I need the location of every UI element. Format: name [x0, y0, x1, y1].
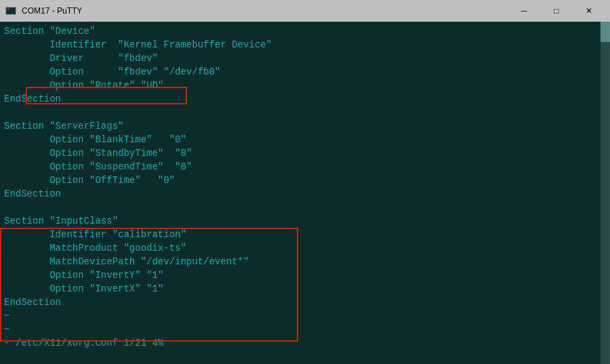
terminal-line: Option "SuspendTime" "0"	[4, 160, 596, 174]
terminal-line	[4, 106, 596, 119]
close-button[interactable]: ✕	[573, 1, 605, 20]
scrollbar[interactable]	[601, 22, 610, 364]
terminal-line: Option "fbdev" "/dev/fb0"	[4, 65, 596, 79]
terminal-line: Section "InputClass"	[4, 214, 596, 228]
maximize-button[interactable]: □	[541, 1, 572, 20]
terminal-line: ~	[4, 309, 596, 323]
terminal-line: - /etc/X11/xorg.conf 1/21 4%	[4, 336, 596, 350]
terminal-content: Section "Device" Identifier "Kernel Fram…	[4, 24, 596, 361]
terminal-line: Option "InvertX" "1"	[4, 282, 596, 296]
scrollbar-thumb[interactable]	[601, 22, 610, 42]
terminal-line: Option "Rotate" "UD"	[4, 79, 596, 92]
terminal-line: Option "OffTime" "0"	[4, 174, 596, 187]
minimize-button[interactable]: ─	[508, 1, 540, 20]
terminal-line: EndSection	[4, 92, 596, 106]
titlebar: COM17 - PuTTY ─ □ ✕	[0, 0, 610, 22]
terminal-line: Option "BlankTime" "0"	[4, 133, 596, 146]
app-icon	[5, 5, 16, 16]
terminal-line: Section "ServerFlags"	[4, 119, 596, 133]
terminal-window[interactable]: Section "Device" Identifier "Kernel Fram…	[0, 22, 610, 364]
terminal-line: Option "StandbyTime" "0"	[4, 146, 596, 160]
terminal-line: Option "InvertY" "1"	[4, 268, 596, 282]
window-controls: ─ □ ✕	[508, 1, 605, 20]
window-title: COM17 - PuTTY	[22, 6, 503, 16]
terminal-line: Driver "fbdev"	[4, 52, 596, 65]
terminal-line: ~	[4, 323, 596, 336]
terminal-line: Section "Device"	[4, 24, 596, 38]
terminal-line	[4, 201, 596, 214]
terminal-line: EndSection	[4, 296, 596, 309]
terminal-line: MatchProduct "goodix-ts"	[4, 241, 596, 255]
terminal-line: MatchDevicePath "/dev/input/event*"	[4, 255, 596, 268]
terminal-line: Identifier "Kernel Framebuffer Device"	[4, 38, 596, 52]
terminal-line: EndSection	[4, 187, 596, 201]
svg-rect-2	[7, 9, 9, 9]
terminal-line: Identifier "calibration"	[4, 228, 596, 241]
